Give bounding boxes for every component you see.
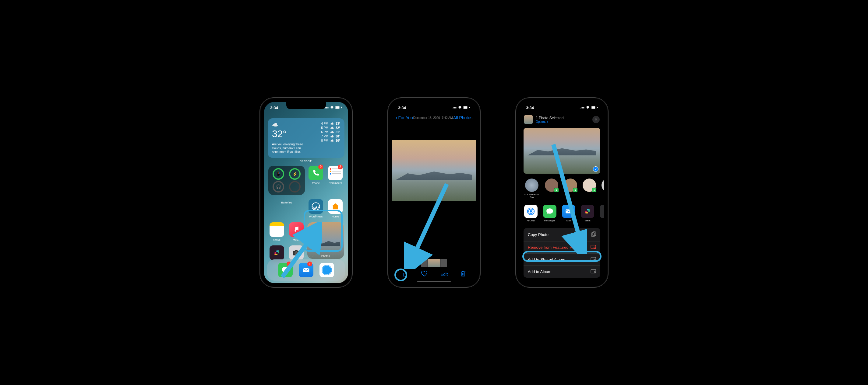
photo-toolbar: Edit [392, 268, 476, 281]
svg-rect-20 [469, 107, 470, 108]
svg-point-41 [594, 259, 595, 260]
contact-4[interactable] [601, 178, 604, 199]
action-remove-featured[interactable]: Remove from Featured Photos [524, 241, 600, 254]
photo-timestamp: December 13, 2020 7:42 AM [413, 116, 453, 119]
status-time: 3:34 [398, 106, 406, 110]
weather-brand: CARROT⁵ [264, 160, 348, 163]
share-app-more[interactable] [600, 205, 604, 222]
status-time: 3:34 [270, 106, 278, 110]
share-contacts-row[interactable]: M's MacBook Pro ● ● ● [520, 175, 604, 202]
remove-featured-icon [591, 245, 596, 250]
phone-home-screen: 3:34 ▪▪▪▪ ☁️ 32° Are you enjoying these … [260, 98, 352, 287]
safari-icon [319, 263, 334, 277]
favorite-button[interactable] [421, 271, 428, 278]
app-wordpress[interactable]: WordPress [307, 199, 324, 218]
photos-widget[interactable]: Photos [307, 222, 344, 259]
messages-badge: 1 [287, 261, 291, 267]
battery-icon [335, 106, 342, 110]
svg-point-9 [295, 251, 298, 254]
slack-icon [270, 245, 284, 260]
share-app-slack[interactable]: Slack [581, 205, 594, 222]
svg-rect-25 [597, 107, 598, 108]
share-thumbnail [524, 115, 533, 124]
airdrop-icon [524, 205, 537, 218]
case-battery-ring: 🎧 [273, 181, 284, 193]
photo-display[interactable] [392, 140, 476, 201]
phone-share-sheet: 3:34 ▪▪▪▪ 1 Photo Selected Options › ✕ ✓… [516, 98, 608, 287]
thumbnail-strip[interactable] [392, 259, 476, 267]
thumbnail[interactable] [440, 259, 447, 267]
share-preview-image[interactable]: ✓ [524, 128, 600, 174]
share-apps-row[interactable]: AirDrop Messages Mail Slack [520, 202, 604, 225]
svg-point-26 [530, 210, 532, 213]
svg-rect-33 [585, 212, 588, 213]
weather-temp: 32° [272, 128, 318, 140]
svg-rect-11 [303, 268, 309, 272]
svg-rect-19 [464, 106, 467, 109]
share-options-link[interactable]: Options › [536, 120, 589, 124]
share-app-messages[interactable]: Messages [543, 205, 556, 222]
home-icon [328, 199, 343, 214]
cloud-icon: ☁️ [272, 122, 318, 128]
thumbnail[interactable] [421, 259, 428, 267]
app-phone[interactable]: 9 Phone [307, 166, 324, 195]
contact-2[interactable]: ● [564, 178, 577, 199]
reminders-badge: 2 [338, 165, 343, 169]
selected-check-icon: ✓ [593, 166, 598, 172]
app-home[interactable]: Home [327, 199, 344, 218]
action-copy-photo[interactable]: Copy Photo [524, 228, 600, 241]
dock: 1 1 [267, 259, 345, 281]
avatar: ● [545, 178, 558, 192]
messages-badge-icon: ● [592, 188, 597, 193]
contact-macbook[interactable]: M's MacBook Pro [524, 178, 539, 199]
avatar: ● [564, 178, 577, 192]
all-photos-button[interactable]: All Photos [453, 115, 472, 120]
delete-button[interactable] [461, 270, 466, 278]
weather-forecast: 4 PM☁️33° 5 PM☁️32° 6 PM☁️31° 7 PM☁️30° … [318, 122, 340, 154]
weather-widget[interactable]: ☁️ 32° Are you enjoying these clouds, hu… [268, 118, 344, 158]
home-indicator[interactable] [417, 281, 451, 282]
svg-rect-24 [592, 106, 595, 109]
wifi-icon [330, 106, 334, 110]
phone-badge: 9 [318, 165, 323, 169]
contact-3[interactable]: ● [583, 178, 596, 199]
avatar: ● [583, 178, 596, 192]
status-time: 3:34 [526, 106, 534, 110]
contact-1[interactable]: ● [545, 178, 558, 199]
music-icon [289, 222, 304, 237]
share-title: 1 Photo Selected [536, 116, 589, 120]
share-button[interactable] [402, 270, 408, 278]
thumbnail-active[interactable] [428, 259, 440, 267]
mail-icon [562, 205, 575, 218]
dock-safari[interactable] [319, 263, 334, 277]
battery-icon [463, 106, 470, 110]
page-indicator[interactable]: ● ○ ○ ○ ○ [264, 256, 348, 257]
app-notes[interactable]: Notes [268, 222, 285, 241]
wifi-icon [586, 106, 590, 110]
app-music[interactable]: Music [288, 222, 305, 241]
dock-mail[interactable]: 1 [299, 263, 313, 277]
svg-rect-7 [274, 254, 277, 255]
back-button[interactable]: ‹ For You [396, 115, 413, 120]
dock-messages[interactable]: 1 [278, 263, 293, 277]
svg-rect-29 [565, 210, 572, 213]
share-app-mail[interactable]: Mail [562, 205, 575, 222]
wifi-icon [458, 106, 462, 110]
empty-battery-ring [289, 181, 301, 193]
notch [542, 102, 582, 109]
batteries-widget[interactable]: 📱 ⚡ 🎧 [268, 166, 305, 195]
close-button[interactable]: ✕ [592, 116, 600, 123]
wordpress-icon [309, 199, 323, 214]
action-add-shared-album[interactable]: Add to Shared Album [524, 254, 600, 266]
copy-icon [591, 232, 596, 238]
notch [414, 102, 454, 109]
phone-battery-ring: 📱 [273, 168, 284, 180]
share-app-airdrop[interactable]: AirDrop [524, 205, 537, 222]
svg-rect-10 [295, 250, 298, 251]
slack-icon [581, 205, 594, 218]
action-add-album[interactable]: Add to Album [524, 266, 600, 278]
shared-album-icon [591, 257, 596, 262]
messages-badge-icon: ● [554, 188, 559, 193]
app-reminders[interactable]: 2 Reminders [327, 166, 344, 195]
edit-button[interactable]: Edit [440, 272, 448, 277]
